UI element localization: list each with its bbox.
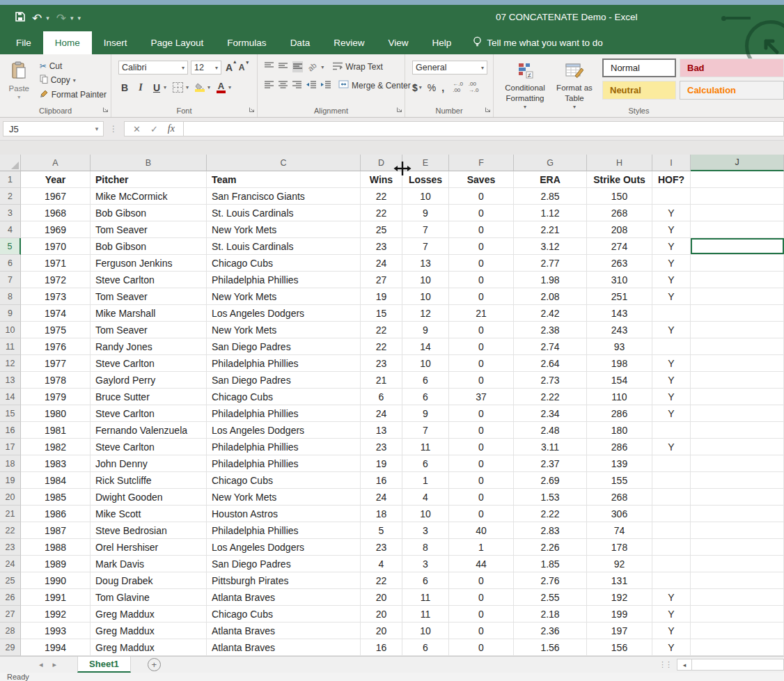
cell-J16[interactable] xyxy=(691,422,784,439)
cell-G17[interactable]: 3.11 xyxy=(514,439,587,455)
cell-J26[interactable] xyxy=(691,589,784,606)
cell-D2[interactable]: 22 xyxy=(361,188,402,205)
cell-D19[interactable]: 16 xyxy=(361,472,402,489)
cell-F1[interactable]: Saves xyxy=(449,171,514,188)
row-header-29[interactable]: 29 xyxy=(0,639,21,656)
cell-H17[interactable]: 286 xyxy=(587,439,652,455)
increase-decimal-button[interactable]: ←.0.00 xyxy=(453,81,463,94)
scrollbar-grip-icon[interactable]: ⋮⋮ xyxy=(659,660,671,669)
cell-I14[interactable]: Y xyxy=(652,389,691,405)
cell-J13[interactable] xyxy=(691,372,784,389)
cell-F24[interactable]: 44 xyxy=(449,556,514,572)
style-bad[interactable]: Bad xyxy=(680,58,784,77)
cell-D23[interactable]: 23 xyxy=(361,539,402,556)
cell-G14[interactable]: 2.22 xyxy=(514,389,587,405)
cell-B6[interactable]: Ferguson Jenkins xyxy=(91,255,207,272)
cell-A24[interactable]: 1989 xyxy=(21,556,91,572)
cell-G2[interactable]: 2.85 xyxy=(514,188,587,205)
cell-A26[interactable]: 1991 xyxy=(21,589,91,606)
scrollbar-thumb[interactable] xyxy=(692,659,784,671)
cell-D27[interactable]: 20 xyxy=(361,606,402,623)
cell-A25[interactable]: 1990 xyxy=(21,572,91,589)
row-header-18[interactable]: 18 xyxy=(0,455,21,472)
cell-I26[interactable]: Y xyxy=(652,589,691,606)
redo-button[interactable]: ↷ xyxy=(56,13,66,24)
row-header-11[interactable]: 11 xyxy=(0,338,21,355)
cell-J1[interactable] xyxy=(691,171,784,188)
cell-J11[interactable] xyxy=(691,338,784,355)
customize-qat-icon[interactable]: ▾ xyxy=(78,15,81,22)
orientation-button[interactable]: ab xyxy=(306,61,318,72)
cell-H28[interactable]: 197 xyxy=(587,623,652,639)
cell-B1[interactable]: Pitcher xyxy=(91,171,207,188)
tab-home[interactable]: Home xyxy=(43,31,92,54)
cell-H27[interactable]: 199 xyxy=(587,606,652,623)
align-left-button[interactable] xyxy=(265,81,274,91)
align-top-button[interactable] xyxy=(265,62,274,72)
tab-formulas[interactable]: Formulas xyxy=(215,31,278,54)
cell-B29[interactable]: Greg Maddux xyxy=(91,639,207,656)
cell-H21[interactable]: 306 xyxy=(587,506,652,522)
cell-F22[interactable]: 40 xyxy=(449,522,514,539)
cell-G13[interactable]: 2.73 xyxy=(514,372,587,389)
cell-E26[interactable]: 11 xyxy=(402,589,449,606)
cell-F18[interactable]: 0 xyxy=(449,455,514,472)
row-header-17[interactable]: 17 xyxy=(0,439,21,455)
cell-F14[interactable]: 37 xyxy=(449,389,514,405)
borders-button[interactable] xyxy=(173,82,183,93)
cell-B8[interactable]: Tom Seaver xyxy=(91,288,207,305)
cell-C26[interactable]: Atlanta Braves xyxy=(207,589,361,606)
accounting-format-button[interactable]: $ xyxy=(412,82,418,93)
cell-J27[interactable] xyxy=(691,606,784,623)
comma-style-button[interactable]: , xyxy=(441,82,444,93)
row-header-8[interactable]: 8 xyxy=(0,288,21,305)
cell-A18[interactable]: 1983 xyxy=(21,455,91,472)
cell-C11[interactable]: San Diego Padres xyxy=(207,338,361,355)
tab-review[interactable]: Review xyxy=(322,31,376,54)
cell-C3[interactable]: St. Louis Cardinals xyxy=(207,205,361,221)
cell-C25[interactable]: Pittsburgh Pirates xyxy=(207,572,361,589)
cell-D16[interactable]: 13 xyxy=(361,422,402,439)
cell-A27[interactable]: 1992 xyxy=(21,606,91,623)
cell-G11[interactable]: 2.74 xyxy=(514,338,587,355)
cell-F29[interactable]: 0 xyxy=(449,639,514,656)
cell-H8[interactable]: 251 xyxy=(587,288,652,305)
cell-E15[interactable]: 9 xyxy=(402,405,449,422)
row-header-25[interactable]: 25 xyxy=(0,572,21,589)
cell-B23[interactable]: Orel Hershiser xyxy=(91,539,207,556)
cell-G24[interactable]: 1.85 xyxy=(514,556,587,572)
formula-input[interactable] xyxy=(184,121,784,136)
cell-E29[interactable]: 6 xyxy=(402,639,449,656)
cell-B25[interactable]: Doug Drabek xyxy=(91,572,207,589)
cell-E19[interactable]: 1 xyxy=(402,472,449,489)
fill-color-dropdown-icon[interactable]: ▾ xyxy=(207,84,210,91)
cell-E28[interactable]: 10 xyxy=(402,623,449,639)
cell-D22[interactable]: 5 xyxy=(361,522,402,539)
cell-H16[interactable]: 180 xyxy=(587,422,652,439)
cell-B28[interactable]: Greg Maddux xyxy=(91,623,207,639)
tell-me-box[interactable]: Tell me what you want to do xyxy=(473,31,603,54)
tab-help[interactable]: Help xyxy=(420,31,463,54)
tab-page-layout[interactable]: Page Layout xyxy=(139,31,216,54)
row-header-12[interactable]: 12 xyxy=(0,355,21,372)
cell-C22[interactable]: Philadelphia Phillies xyxy=(207,522,361,539)
row-header-2[interactable]: 2 xyxy=(0,188,21,205)
cell-J22[interactable] xyxy=(691,522,784,539)
underline-button[interactable]: U xyxy=(152,82,162,93)
cell-G12[interactable]: 2.64 xyxy=(514,355,587,372)
cell-C9[interactable]: Los Angeles Dodgers xyxy=(207,305,361,322)
cell-A15[interactable]: 1980 xyxy=(21,405,91,422)
alignment-dialog-launcher[interactable] xyxy=(396,105,402,115)
cell-E21[interactable]: 10 xyxy=(402,506,449,522)
cell-H23[interactable]: 178 xyxy=(587,539,652,556)
cell-J10[interactable] xyxy=(691,322,784,338)
cell-H3[interactable]: 268 xyxy=(587,205,652,221)
cell-E13[interactable]: 6 xyxy=(402,372,449,389)
select-all-corner[interactable] xyxy=(0,155,21,171)
cell-I27[interactable]: Y xyxy=(652,606,691,623)
cell-H13[interactable]: 154 xyxy=(587,372,652,389)
cell-C14[interactable]: Chicago Cubs xyxy=(207,389,361,405)
row-header-10[interactable]: 10 xyxy=(0,322,21,338)
cell-I17[interactable]: Y xyxy=(652,439,691,455)
number-format-select[interactable]: General ▾ xyxy=(412,61,487,75)
